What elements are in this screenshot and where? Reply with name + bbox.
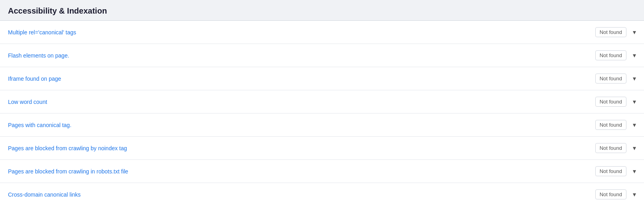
chevron-down-icon[interactable]: ▾ [633,99,636,105]
table-row[interactable]: Multiple rel='canonical' tagsNot found▾ [0,21,644,44]
table-row[interactable]: Pages are blocked from crawling in robot… [0,160,644,183]
row-right: Not found▾ [595,120,636,130]
status-badge: Not found [595,74,626,84]
status-badge: Not found [595,166,626,176]
table-row[interactable]: Pages with canonical tag.Not found▾ [0,113,644,137]
row-right: Not found▾ [595,50,636,60]
row-right: Not found▾ [595,143,636,153]
row-right: Not found▾ [595,74,636,84]
status-badge: Not found [595,189,626,199]
status-badge: Not found [595,27,626,37]
row-label: Multiple rel='canonical' tags [8,29,595,36]
section-header: Accessibility & Indexation [0,0,644,20]
status-badge: Not found [595,143,626,153]
row-label: Pages are blocked from crawling by noind… [8,145,595,151]
status-badge: Not found [595,120,626,130]
row-right: Not found▾ [595,27,636,37]
status-badge: Not found [595,50,626,60]
chevron-down-icon[interactable]: ▾ [633,145,636,151]
row-label: Iframe found on page [8,76,595,82]
chevron-down-icon[interactable]: ▾ [633,191,636,198]
rows-container: Multiple rel='canonical' tagsNot found▾F… [0,21,644,201]
row-right: Not found▾ [595,166,636,176]
row-right: Not found▾ [595,97,636,107]
chevron-down-icon[interactable]: ▾ [633,76,636,82]
row-label: Low word count [8,99,595,105]
chevron-down-icon[interactable]: ▾ [633,168,636,175]
table-row[interactable]: Flash elements on page.Not found▾ [0,44,644,67]
table-row[interactable]: Low word countNot found▾ [0,90,644,113]
table-row[interactable]: Iframe found on pageNot found▾ [0,67,644,90]
table-row[interactable]: Pages are blocked from crawling by noind… [0,137,644,160]
row-right: Not found▾ [595,189,636,199]
page-container: Accessibility & Indexation Multiple rel=… [0,0,644,201]
table-row[interactable]: Cross-domain canonical linksNot found▾ [0,183,644,201]
chevron-down-icon[interactable]: ▾ [633,29,636,36]
row-label: Pages are blocked from crawling in robot… [8,168,595,175]
row-label: Flash elements on page. [8,52,595,59]
chevron-down-icon[interactable]: ▾ [633,122,636,128]
status-badge: Not found [595,97,626,107]
row-label: Cross-domain canonical links [8,191,595,198]
row-label: Pages with canonical tag. [8,122,595,128]
page-title: Accessibility & Indexation [8,6,636,16]
chevron-down-icon[interactable]: ▾ [633,52,636,59]
